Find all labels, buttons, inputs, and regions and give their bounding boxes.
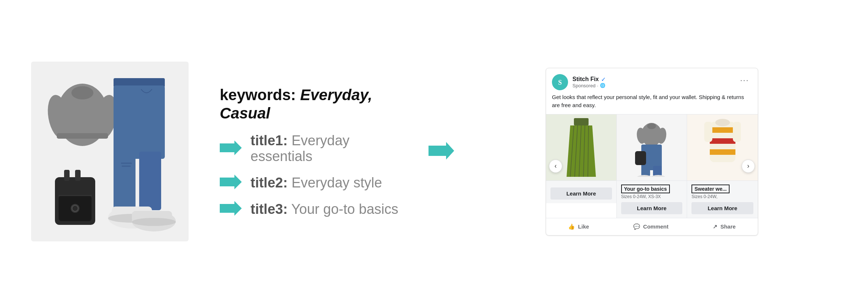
svg-point-1 <box>71 86 93 99</box>
comment-icon: 💬 <box>633 223 640 230</box>
brand-info: Stitch Fix ✓ Sponsored · 🌐 <box>572 76 606 88</box>
verified-icon: ✓ <box>601 76 606 83</box>
fb-ad-description: Get looks that reflect your personal sty… <box>546 93 758 114</box>
svg-point-23 <box>132 218 176 226</box>
brand-name: Stitch Fix <box>572 76 599 83</box>
svg-rect-40 <box>641 166 650 176</box>
svg-point-36 <box>647 123 656 129</box>
like-label: Like <box>578 223 589 230</box>
svg-rect-42 <box>635 151 646 165</box>
carousel-title-3: Sweater we... <box>691 185 730 193</box>
right-arrow <box>429 142 454 161</box>
arrow-1 <box>220 140 242 157</box>
main-container: keywords: Everyday, Casual title1: Every… <box>0 0 868 303</box>
brand-logo: S <box>552 74 568 90</box>
like-button[interactable]: 👍 Like <box>561 220 596 234</box>
carousel-next-button[interactable]: › <box>742 160 755 173</box>
carousel-track: Learn More <box>546 114 758 218</box>
learn-more-button-2[interactable]: Learn More <box>621 202 683 214</box>
svg-rect-15 <box>75 170 81 181</box>
svg-rect-7 <box>114 152 136 210</box>
svg-point-51 <box>715 119 730 126</box>
carousel-item-2: Your go-to basics Sizes 0-24W, XS-3X Lea… <box>617 114 687 218</box>
svg-rect-9 <box>121 163 132 164</box>
svg-text:S: S <box>558 79 562 86</box>
comment-button[interactable]: 💬 Comment <box>626 220 676 234</box>
brand-name-row: Stitch Fix ✓ <box>572 76 606 83</box>
carousel-image-2 <box>617 114 687 180</box>
carousel-footer-2: Your go-to basics Sizes 0-24W, XS-3X Lea… <box>617 180 687 218</box>
svg-rect-49 <box>704 122 712 142</box>
svg-rect-41 <box>653 166 662 176</box>
share-button[interactable]: ↗ Share <box>705 220 743 234</box>
svg-point-44 <box>651 175 665 177</box>
product-image-section <box>22 62 198 241</box>
arrow-3 <box>220 201 242 217</box>
title1-label: title1: <box>251 133 288 148</box>
learn-more-button-3[interactable]: Learn More <box>691 202 753 214</box>
fb-ad-card: S Stitch Fix ✓ Sponsored · 🌐 <box>546 68 758 236</box>
arrow-2 <box>220 175 242 191</box>
fb-ad-section: S Stitch Fix ✓ Sponsored · 🌐 <box>458 68 846 236</box>
share-icon: ↗ <box>713 223 717 230</box>
title3-row: title3: Your go-to basics <box>220 201 398 217</box>
carousel-subtitle-3: Sizes 0-24W, <box>691 194 753 199</box>
title2-value: Everyday style <box>292 175 382 190</box>
svg-rect-8 <box>139 152 161 210</box>
svg-rect-46 <box>710 127 735 133</box>
svg-rect-14 <box>64 170 70 181</box>
carousel-prev-button[interactable]: ‹ <box>549 160 562 173</box>
more-options-button[interactable]: ··· <box>737 74 752 87</box>
product-image-box <box>31 62 189 241</box>
svg-rect-47 <box>710 138 735 144</box>
learn-more-button-1[interactable]: Learn More <box>550 187 612 200</box>
fb-ad-brand: S Stitch Fix ✓ Sponsored · 🌐 <box>552 74 606 90</box>
carousel-footer-1: Learn More <box>546 180 616 203</box>
title2-row: title2: Everyday style <box>220 175 382 191</box>
keywords-label: keywords: Everyday, Casual <box>220 86 372 122</box>
svg-rect-10 <box>122 165 131 167</box>
svg-rect-29 <box>574 118 589 125</box>
globe-icon: 🌐 <box>600 83 605 88</box>
carousel-footer-3: Sweater we... Sizes 0-24W, Learn More <box>687 180 758 218</box>
svg-marker-24 <box>220 140 242 155</box>
keywords-row: keywords: Everyday, Casual <box>220 86 414 123</box>
share-label: Share <box>720 223 736 230</box>
clothing-illustration <box>37 67 183 236</box>
title1-text: title1: Everyday essentials <box>251 133 414 164</box>
title3-value: Your go-to basics <box>291 201 398 217</box>
svg-marker-26 <box>220 201 242 216</box>
fb-ad-carousel: Learn More <box>546 114 758 218</box>
comment-label: Comment <box>643 223 668 230</box>
title3-text: title3: Your go-to basics <box>251 201 398 217</box>
svg-rect-6 <box>114 85 165 159</box>
carousel-subtitle-2: Sizes 0-24W, XS-3X <box>621 194 683 199</box>
svg-rect-4 <box>57 133 108 139</box>
svg-rect-48 <box>710 149 735 155</box>
title2-label: title2: <box>251 175 288 190</box>
svg-marker-27 <box>429 142 454 160</box>
title3-label: title3: <box>251 201 288 217</box>
sponsored-row: Sponsored · 🌐 <box>572 83 606 88</box>
svg-marker-25 <box>220 175 242 189</box>
fb-ad-header: S Stitch Fix ✓ Sponsored · 🌐 <box>546 68 758 93</box>
sponsored-label: Sponsored <box>572 83 596 88</box>
title1-row: title1: Everyday essentials <box>220 133 414 164</box>
keywords-prefix: keywords: <box>220 86 296 103</box>
fb-ad-actions: 👍 Like 💬 Comment ↗ Share <box>546 218 758 235</box>
keywords-section: keywords: Everyday, Casual title1: Every… <box>198 86 425 218</box>
carousel-title-2: Your go-to basics <box>621 185 670 193</box>
title2-text: title2: Everyday style <box>251 175 382 191</box>
svg-point-17 <box>72 205 78 211</box>
like-icon: 👍 <box>568 223 575 230</box>
svg-rect-50 <box>733 122 741 142</box>
